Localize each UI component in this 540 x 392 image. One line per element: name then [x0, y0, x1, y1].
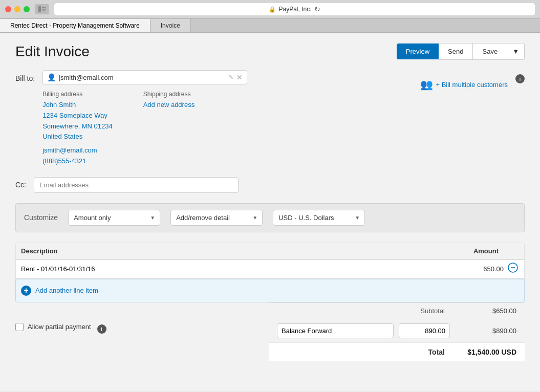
- bill-to-section: Bill to: 👤 jsmith@email.com ✎ ✕ Billing …: [15, 70, 525, 167]
- svg-rect-0: [38, 6, 41, 12]
- bill-to-label: Bill to:: [15, 70, 35, 82]
- multiple-customers-icon: 👥: [420, 78, 433, 91]
- browser-chrome: 🔒 PayPal, Inc. ↻: [0, 0, 540, 19]
- close-window-btn[interactable]: [5, 6, 11, 12]
- page-title: Edit Invoice: [15, 43, 90, 60]
- billing-address-label: Billing address: [42, 91, 113, 98]
- browser-tab-bar: Rentec Direct - Property Management Soft…: [0, 19, 540, 33]
- totals-right: Subtotal $650.00 $890.00 Total $1,540.00…: [269, 302, 525, 361]
- minimize-window-btn[interactable]: [14, 6, 20, 12]
- subtotal-row: Subtotal $650.00: [269, 303, 525, 319]
- save-button[interactable]: Save: [473, 43, 507, 60]
- line-item-amount-cell: 650.00: [373, 259, 504, 278]
- send-button[interactable]: Send: [439, 43, 473, 60]
- add-line-row[interactable]: + Add another line item: [15, 279, 525, 302]
- billing-phone[interactable]: (888)555-4321: [42, 156, 113, 167]
- template-select-wrap: Amount only Sales Service Modern: [68, 210, 160, 226]
- billing-city[interactable]: Somewhere, MN 01234: [42, 121, 113, 132]
- detail-select-wrap: Add/remove detail: [170, 210, 263, 226]
- total-label: Total: [277, 348, 455, 356]
- shipping-address-label: Shipping address: [143, 91, 195, 98]
- customize-bar: Customize Amount only Sales Service Mode…: [15, 203, 525, 232]
- invoice-table: Description Amount 650.00: [16, 243, 524, 278]
- currency-select[interactable]: USD - U.S. Dollars: [273, 210, 365, 226]
- grand-total-row: Total $1,540.00 USD: [269, 343, 525, 361]
- balance-forward-input[interactable]: [277, 323, 394, 338]
- reload-btn[interactable]: ↻: [314, 5, 320, 13]
- actions-col-header: [504, 243, 524, 259]
- window-controls: [5, 6, 30, 12]
- edit-email-icon[interactable]: ✎: [228, 74, 233, 81]
- totals-section: Allow partial payment i Subtotal $650.00…: [15, 302, 525, 361]
- cc-label: Cc:: [15, 181, 26, 189]
- partial-payment-info-btn[interactable]: i: [97, 324, 106, 334]
- currency-select-wrap: USD - U.S. Dollars: [273, 210, 365, 226]
- preview-button[interactable]: Preview: [397, 43, 439, 59]
- line-item-description-input[interactable]: [16, 260, 373, 278]
- billing-country[interactable]: United States: [42, 132, 113, 142]
- template-select[interactable]: Amount only Sales Service Modern: [68, 210, 160, 226]
- page-header: Edit Invoice Preview Send Save ▼: [15, 43, 525, 60]
- description-col-header: Description: [16, 243, 373, 259]
- balance-forward-amount-input[interactable]: [399, 323, 450, 338]
- bill-to-input-wrap: 👤 jsmith@email.com ✎ ✕ Billing address J…: [42, 70, 413, 167]
- allow-partial-payment-label: Allow partial payment: [28, 323, 91, 331]
- allow-partial-payment-checkbox[interactable]: [15, 323, 24, 331]
- billing-street[interactable]: 1234 Someplace Way: [42, 111, 113, 121]
- svg-rect-2: [42, 9, 46, 10]
- balance-forward-row: $890.00: [269, 319, 525, 343]
- sidebar-toggle-btn[interactable]: [35, 4, 49, 14]
- maximize-window-btn[interactable]: [24, 6, 30, 12]
- billing-email[interactable]: jsmith@email.com: [42, 145, 113, 156]
- add-line-item-label: Add another line item: [35, 287, 98, 294]
- billing-name[interactable]: John Smith: [42, 100, 113, 111]
- bill-multiple-label: + Bill multiple customers: [436, 81, 508, 89]
- subtotal-label: Subtotal: [277, 307, 455, 315]
- table-header-row: Description Amount: [16, 243, 524, 259]
- bill-to-input-box[interactable]: 👤 jsmith@email.com ✎ ✕: [42, 70, 247, 84]
- add-shipping-address-link[interactable]: Add new address: [143, 100, 195, 111]
- customize-label: Customize: [24, 213, 58, 222]
- shipping-address-block: Shipping address Add new address: [143, 91, 195, 167]
- address-bar[interactable]: 🔒 PayPal, Inc. ↻: [54, 3, 535, 15]
- add-line-plus-icon: +: [21, 286, 31, 296]
- bill-multiple-button[interactable]: 👥 + Bill multiple customers: [420, 74, 508, 91]
- billing-address-block: Billing address John Smith 1234 Someplac…: [42, 91, 113, 167]
- detail-select[interactable]: Add/remove detail: [170, 210, 263, 226]
- svg-rect-3: [42, 11, 46, 12]
- info-button[interactable]: i: [515, 74, 525, 83]
- subtotal-value: $650.00: [455, 307, 516, 315]
- invoice-table-container: Description Amount 650.00: [15, 243, 525, 279]
- total-value: $1,540.00 USD: [455, 348, 516, 356]
- remove-line-item-btn[interactable]: [504, 266, 522, 274]
- bill-email-value: jsmith@email.com: [59, 74, 225, 81]
- save-dropdown-button[interactable]: ▼: [507, 43, 525, 60]
- user-icon: 👤: [47, 73, 56, 81]
- tab-invoice[interactable]: Invoice: [150, 19, 191, 32]
- address-section: Billing address John Smith 1234 Someplac…: [42, 91, 413, 167]
- partial-payment-section: Allow partial payment i: [15, 313, 269, 341]
- add-line-item-button[interactable]: + Add another line item: [16, 279, 524, 302]
- cc-section: Cc:: [15, 177, 525, 193]
- svg-rect-1: [42, 7, 46, 8]
- line-item-remove-cell: [504, 259, 524, 278]
- app-container: Edit Invoice Preview Send Save ▼ Bill to…: [0, 33, 540, 391]
- balance-forward-total: $890.00: [455, 327, 516, 335]
- line-item-desc-cell: [16, 259, 373, 278]
- lock-icon: 🔒: [269, 6, 276, 13]
- totals-left: Allow partial payment i: [15, 302, 269, 361]
- address-text: PayPal, Inc.: [278, 6, 311, 13]
- remove-email-icon[interactable]: ✕: [236, 73, 243, 81]
- amount-col-header: Amount: [373, 243, 504, 259]
- cc-input[interactable]: [34, 177, 239, 193]
- tab-rentec[interactable]: Rentec Direct - Property Management Soft…: [0, 19, 150, 32]
- table-row: 650.00: [16, 259, 524, 278]
- header-actions: Preview Send Save ▼: [397, 43, 525, 60]
